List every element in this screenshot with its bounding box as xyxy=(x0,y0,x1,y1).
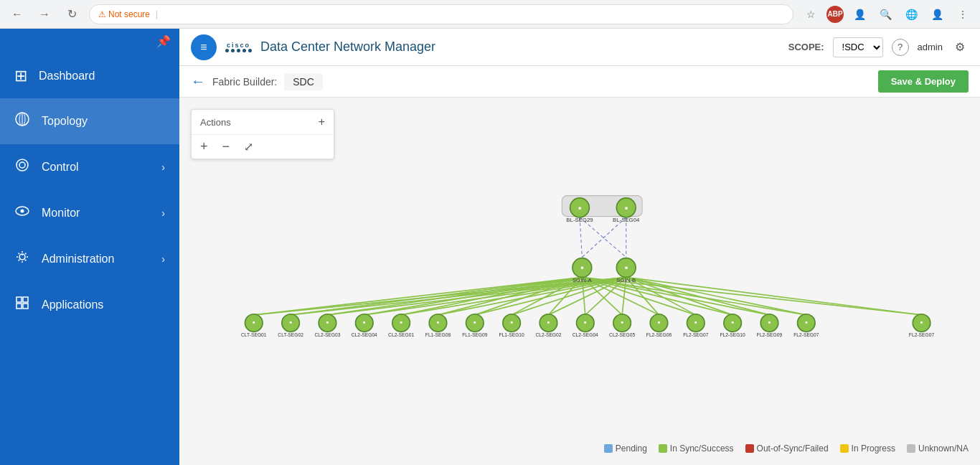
legend-item-pending: Pending xyxy=(604,443,647,454)
nav-right: SCOPE: !SDC ? admin ⚙ xyxy=(788,37,969,57)
sidebar-item-label: Applications xyxy=(42,299,103,311)
svg-text:FL2-SEG10: FL2-SEG10 xyxy=(720,332,745,337)
svg-text:CL2-SEG03: CL2-SEG03 xyxy=(314,332,340,337)
cisco-logo: cisco xyxy=(225,42,252,52)
chevron-icon: › xyxy=(161,207,165,219)
sidebar-item-label: Control xyxy=(42,161,79,174)
sidebar-item-label: Monitor xyxy=(42,207,80,220)
legend: Pending In Sync/Success Out-of-Sync/Fail… xyxy=(604,443,969,454)
monitor-icon xyxy=(14,203,30,223)
settings-button[interactable]: ⚙ xyxy=(951,39,969,56)
bookmark-button[interactable]: ☆ xyxy=(801,4,821,24)
svg-text:CL2-SEG02: CL2-SEG02 xyxy=(535,332,561,337)
svg-text:CL2-SEG01: CL2-SEG01 xyxy=(388,332,414,337)
sidebar-item-label: Administration xyxy=(42,253,114,266)
help-button[interactable]: ? xyxy=(892,39,909,56)
sidebar-item-monitor[interactable]: Monitor › xyxy=(0,190,179,236)
sidebar-item-topology[interactable]: Topology xyxy=(0,98,179,144)
sidebar-item-applications[interactable]: Applications xyxy=(0,282,179,328)
svg-point-9 xyxy=(24,258,25,260)
legend-item-sync-success: In Sync/Success xyxy=(659,443,734,454)
legend-item-out-of-sync: Out-of-Sync/Failed xyxy=(745,443,829,454)
svg-text:CLT-SEG02: CLT-SEG02 xyxy=(278,332,303,337)
browser-chrome: ← → ↻ ⚠ Not secure | ☆ ABP 👤 🔍 🌐 👤 ⋮ xyxy=(0,0,980,29)
hamburger-button[interactable]: ≡ xyxy=(191,34,217,60)
in-progress-dot xyxy=(840,444,849,453)
svg-text:CL2-SEG04: CL2-SEG04 xyxy=(573,332,598,337)
main-area: ≡ cisco Data Center Network Manager SCOP… xyxy=(179,29,980,465)
save-deploy-button[interactable]: Save & Deploy xyxy=(878,70,969,93)
sidebar-item-label: Dashboard xyxy=(39,70,95,83)
svg-text:■: ■ xyxy=(625,205,628,210)
svg-text:FL1-SEG09: FL1-SEG09 xyxy=(462,332,488,337)
admin-label: admin xyxy=(918,42,943,52)
translate-button[interactable]: 🌐 xyxy=(901,4,921,24)
svg-text:FL1-SEG10: FL1-SEG10 xyxy=(499,332,524,337)
reload-button[interactable]: ↻ xyxy=(62,4,82,24)
chevron-icon: › xyxy=(161,253,165,265)
chevron-icon: › xyxy=(161,161,165,173)
svg-text:■: ■ xyxy=(625,265,628,270)
app-title: Data Center Network Manager xyxy=(260,39,435,55)
legend-item-unknown: Unknown/NA xyxy=(907,443,969,454)
breadcrumb-bar: ← Fabric Builder: SDC Save & Deploy xyxy=(179,66,980,98)
browser-menu-button[interactable]: ⋮ xyxy=(953,4,973,24)
sync-success-label: In Sync/Success xyxy=(670,443,734,454)
unknown-label: Unknown/NA xyxy=(918,443,969,454)
control-icon xyxy=(14,157,30,177)
svg-text:BL-SEG04: BL-SEG04 xyxy=(613,217,640,223)
svg-text:CL2-SEG05: CL2-SEG05 xyxy=(609,332,635,337)
svg-text:SGIN-B: SGIN-B xyxy=(616,277,636,283)
svg-point-8 xyxy=(22,254,23,255)
security-warning: ⚠ Not secure xyxy=(98,9,150,19)
administration-icon xyxy=(14,249,30,269)
back-button[interactable]: ← xyxy=(191,73,205,90)
topology-icon xyxy=(14,111,30,131)
sidebar: 📌 ⊞ Dashboard Topology Control › Monitor… xyxy=(0,29,179,465)
user-circle-button[interactable]: 👤 xyxy=(849,4,870,24)
back-nav-button[interactable]: ← xyxy=(7,4,27,24)
address-bar[interactable]: ⚠ Not secure | xyxy=(89,4,793,24)
content-area: ← Fabric Builder: SDC Save & Deploy Acti… xyxy=(179,66,980,465)
dashboard-icon: ⊞ xyxy=(14,67,27,85)
pending-label: Pending xyxy=(616,443,647,454)
svg-line-49 xyxy=(626,277,696,314)
sidebar-item-label: Topology xyxy=(42,115,88,128)
svg-rect-12 xyxy=(23,297,28,302)
profile-button[interactable]: 👤 xyxy=(927,4,947,24)
legend-item-in-progress: In Progress xyxy=(840,443,895,454)
scope-select[interactable]: !SDC xyxy=(833,37,883,57)
top-nav: ≡ cisco Data Center Network Manager SCOP… xyxy=(179,29,980,66)
topology-diagram: ■ BL-SEG29 ■ BL-SEG04 ■ SGIN-A ■ SGIN-B … xyxy=(179,98,980,465)
svg-text:FL1-SEG08: FL1-SEG08 xyxy=(425,332,451,337)
in-progress-label: In Progress xyxy=(852,443,895,454)
browser-icon-bar: ☆ ABP 👤 🔍 🌐 👤 ⋮ xyxy=(801,4,973,24)
svg-text:FL2-SEG07: FL2-SEG07 xyxy=(909,332,935,337)
app-container: 📌 ⊞ Dashboard Topology Control › Monitor… xyxy=(0,29,980,465)
sidebar-item-administration[interactable]: Administration › xyxy=(0,236,179,282)
search-button[interactable]: 🔍 xyxy=(875,4,895,24)
svg-text:FL2-SEG07: FL2-SEG07 xyxy=(683,332,709,337)
sidebar-item-dashboard[interactable]: ⊞ Dashboard xyxy=(0,54,179,98)
svg-text:BL-SEG29: BL-SEG29 xyxy=(566,217,593,223)
svg-rect-13 xyxy=(17,304,22,309)
pin-icon[interactable]: 📌 xyxy=(156,34,171,48)
svg-point-10 xyxy=(19,258,21,260)
svg-text:CL2-SEG04: CL2-SEG04 xyxy=(352,332,377,337)
sidebar-item-control[interactable]: Control › xyxy=(0,144,179,190)
svg-text:FL2-SEG09: FL2-SEG09 xyxy=(757,332,783,337)
sync-success-dot xyxy=(659,444,667,453)
breadcrumb-label: Fabric Builder: xyxy=(212,76,277,88)
svg-text:FL2-SEG06: FL2-SEG06 xyxy=(646,332,672,337)
abp-button[interactable]: ABP xyxy=(826,6,844,23)
applications-icon xyxy=(14,295,30,315)
unknown-dot xyxy=(907,444,915,453)
out-of-sync-label: Out-of-Sync/Failed xyxy=(757,443,829,454)
cisco-wordmark: cisco xyxy=(227,42,250,49)
svg-text:SGIN-A: SGIN-A xyxy=(573,277,593,283)
pending-dot xyxy=(604,444,613,453)
forward-nav-button[interactable]: → xyxy=(34,4,55,24)
svg-text:■: ■ xyxy=(578,205,581,210)
topology-canvas: Actions + + − ⤢ xyxy=(179,98,980,465)
svg-text:CLT-SEG01: CLT-SEG01 xyxy=(241,332,267,337)
